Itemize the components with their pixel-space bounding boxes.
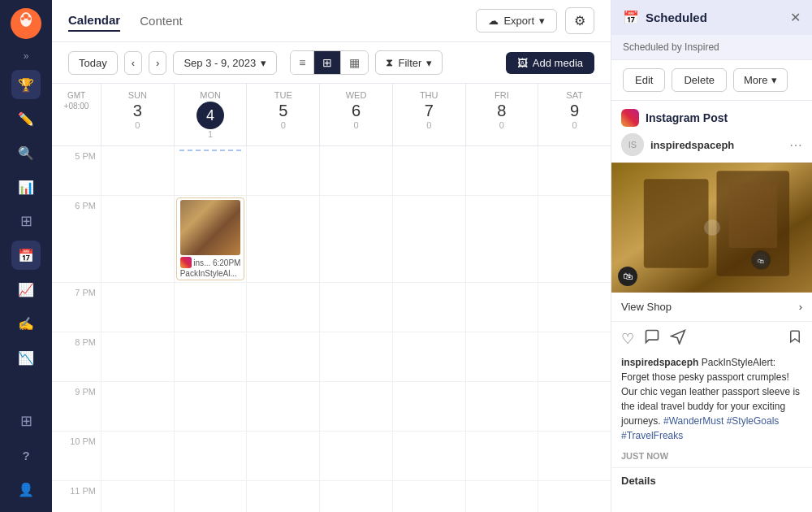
event-caption: PackInStyleAl... <box>180 269 241 278</box>
settings-button[interactable]: ⚙ <box>565 7 594 34</box>
cell-mon-7pm[interactable] <box>174 283 247 332</box>
cell-sun-11pm[interactable] <box>101 481 174 512</box>
sidebar-icon-help[interactable]: ? <box>11 440 41 470</box>
post-menu-button[interactable]: ⋯ <box>789 137 802 153</box>
today-button[interactable]: Today <box>68 51 118 75</box>
bookmark-button[interactable] <box>788 328 802 349</box>
cell-thu-8pm[interactable] <box>392 332 465 381</box>
cell-fri-5pm[interactable] <box>465 146 538 195</box>
cell-tue-10pm[interactable] <box>246 432 319 480</box>
time-row-6pm: 6 PM ins... 6:20PM PackInStyleAl... <box>52 196 611 283</box>
sidebar-icon-compose[interactable]: ✍️ <box>11 309 41 338</box>
cell-wed-8pm[interactable] <box>319 332 392 381</box>
export-button[interactable]: ☁ Export ▾ <box>476 9 557 33</box>
panel-close-button[interactable]: ✕ <box>790 10 801 25</box>
cell-fri-7pm[interactable] <box>465 283 538 332</box>
add-media-button[interactable]: 🖼 Add media <box>506 52 594 74</box>
cell-mon-5pm[interactable] <box>174 146 247 195</box>
cell-mon-9pm[interactable] <box>174 382 247 431</box>
tab-calendar[interactable]: Calendar <box>68 10 120 32</box>
sidebar-icon-calendar[interactable]: 📅 <box>11 241 41 270</box>
cell-wed-9pm[interactable] <box>319 382 392 431</box>
cell-sun-6pm[interactable] <box>101 196 174 282</box>
cell-thu-6pm[interactable] <box>392 196 465 282</box>
cell-sun-5pm[interactable] <box>101 146 174 195</box>
instagram-brand-icon <box>621 109 639 127</box>
cell-fri-10pm[interactable] <box>465 432 538 480</box>
post-actions-row: ♡ <box>611 322 812 355</box>
cell-tue-9pm[interactable] <box>246 382 319 431</box>
sidebar-icon-apps[interactable]: ⊞ <box>11 406 41 436</box>
cell-fri-11pm[interactable] <box>465 481 538 512</box>
like-button[interactable]: ♡ <box>621 330 634 348</box>
cell-wed-10pm[interactable] <box>319 432 392 480</box>
panel-title: Scheduled <box>646 11 707 24</box>
cell-sat-10pm[interactable] <box>538 432 611 480</box>
cell-thu-7pm[interactable] <box>392 283 465 332</box>
cell-fri-6pm[interactable] <box>465 196 538 282</box>
tab-content[interactable]: Content <box>140 11 183 31</box>
cell-sun-9pm[interactable] <box>101 382 174 431</box>
cell-wed-5pm[interactable] <box>319 146 392 195</box>
time-row-10pm: 10 PM <box>52 432 611 481</box>
date-range-button[interactable]: Sep 3 - 9, 2023 ▾ <box>173 51 277 75</box>
cell-thu-10pm[interactable] <box>392 432 465 480</box>
cell-tue-7pm[interactable] <box>246 283 319 332</box>
sidebar-icon-chart[interactable]: 📊 <box>11 172 41 202</box>
cell-tue-11pm[interactable] <box>246 481 319 512</box>
sidebar-icon-trophy[interactable]: 🏆 <box>11 70 41 99</box>
cell-sun-10pm[interactable] <box>101 432 174 480</box>
calendar-event[interactable]: ins... 6:20PM PackInStyleAl... <box>176 197 245 280</box>
sidebar-icon-bar-chart[interactable]: 📉 <box>11 343 41 372</box>
cell-fri-8pm[interactable] <box>465 332 538 381</box>
filter-button[interactable]: ⧗ Filter ▾ <box>375 50 443 75</box>
cell-mon-10pm[interactable] <box>174 432 247 480</box>
cell-sat-9pm[interactable] <box>538 382 611 431</box>
edit-button[interactable]: Edit <box>623 68 665 92</box>
cell-mon-8pm[interactable] <box>174 332 247 381</box>
cell-wed-7pm[interactable] <box>319 283 392 332</box>
next-button[interactable]: › <box>149 51 166 75</box>
cell-sat-5pm[interactable] <box>538 146 611 195</box>
grid-view-button[interactable]: ⊞ <box>314 51 341 74</box>
cell-thu-5pm[interactable] <box>392 146 465 195</box>
cal-view-button[interactable]: ▦ <box>341 51 368 74</box>
sidebar-icon-edit[interactable]: ✏️ <box>11 104 41 133</box>
cell-tue-8pm[interactable] <box>246 332 319 381</box>
sidebar-icon-profile[interactable]: 👤 <box>11 475 41 504</box>
app-logo[interactable] <box>11 8 41 39</box>
sidebar-icon-search[interactable]: 🔍 <box>11 138 41 167</box>
cell-sat-7pm[interactable] <box>538 283 611 332</box>
comment-button[interactable] <box>644 328 660 349</box>
cell-fri-9pm[interactable] <box>465 382 538 431</box>
delete-button[interactable]: Delete <box>672 68 727 92</box>
cell-wed-6pm[interactable] <box>319 196 392 282</box>
cell-sat-8pm[interactable] <box>538 332 611 381</box>
cell-sat-11pm[interactable] <box>538 481 611 512</box>
cell-sun-8pm[interactable] <box>101 332 174 381</box>
cell-sun-7pm[interactable] <box>101 283 174 332</box>
sidebar-icon-grid[interactable]: ⊞ <box>11 206 41 236</box>
cell-sat-6pm[interactable] <box>538 196 611 282</box>
list-view-button[interactable]: ≡ <box>291 51 314 74</box>
cell-thu-11pm[interactable] <box>392 481 465 512</box>
cell-tue-5pm[interactable] <box>246 146 319 195</box>
prev-button[interactable]: ‹ <box>124 51 142 75</box>
svg-point-3 <box>21 17 24 20</box>
sidebar-icon-analytics[interactable]: 📈 <box>11 275 41 304</box>
sidebar-expand-button[interactable]: » <box>24 50 29 62</box>
svg-point-2 <box>24 14 28 19</box>
header-day-fri: Fri 8 0 <box>465 84 538 145</box>
right-panel: 📅 Scheduled ✕ Scheduled by Inspired Edit… <box>611 0 812 512</box>
cell-thu-9pm[interactable] <box>392 382 465 431</box>
filter-icon: ⧗ <box>386 56 393 69</box>
share-button[interactable] <box>670 328 686 349</box>
cell-mon-6pm[interactable]: ins... 6:20PM PackInStyleAl... <box>174 196 247 282</box>
header-day-mon: Mon 4 1 <box>174 84 247 145</box>
cell-tue-6pm[interactable] <box>246 196 319 282</box>
cell-wed-11pm[interactable] <box>319 481 392 512</box>
view-shop-button[interactable]: View Shop › <box>611 293 812 322</box>
cell-mon-11pm[interactable] <box>174 481 247 512</box>
more-button[interactable]: More ▾ <box>733 68 788 92</box>
calendar-body: GMT +08:00 Sun 3 0 Mon 4 1 Tue <box>52 84 611 512</box>
